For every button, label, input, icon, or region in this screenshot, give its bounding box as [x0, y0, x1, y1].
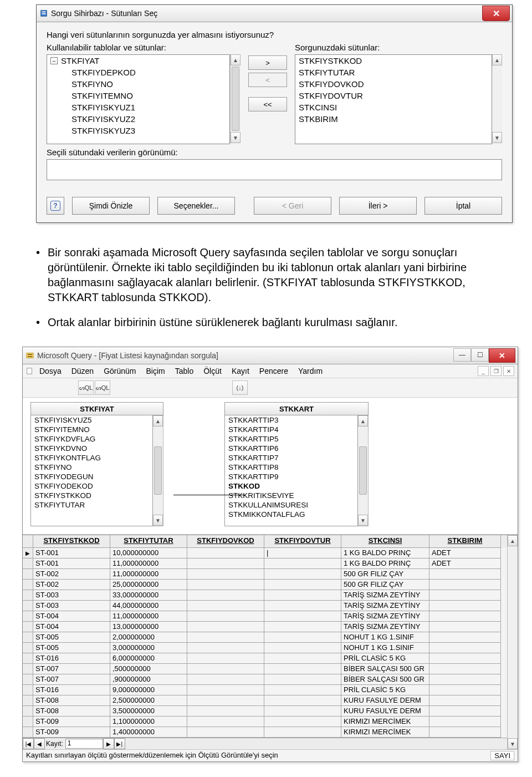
grid-cell[interactable]	[429, 706, 501, 717]
grid-cell[interactable]: ST-001	[33, 548, 110, 558]
table-row[interactable]: ST-00411,000000000TARİŞ SIZMA ZEYTİNY	[23, 611, 507, 622]
record-first-button[interactable]: |◀	[23, 738, 34, 749]
grid-cell[interactable]: KIRMIZI MERCİMEK	[341, 727, 429, 738]
table-row[interactable]: ST-0166,000000000PRİL CLASİC 5 KG	[23, 653, 507, 664]
next-button[interactable]: İleri >	[339, 197, 417, 215]
scroll-thumb[interactable]	[154, 446, 162, 495]
grid-cell[interactable]: ST-004	[33, 622, 110, 632]
grid-cell[interactable]	[264, 717, 341, 727]
grid-vertical-scrollbar[interactable]: ▲ ▼	[507, 535, 518, 749]
selected-item[interactable]: STKFIYDOVKOD	[295, 78, 492, 90]
grid-cell[interactable]	[264, 653, 341, 664]
field-item[interactable]: STKKRITIKSEVIYE	[225, 491, 357, 500]
menu-format[interactable]: Biçim	[146, 367, 165, 375]
field-item[interactable]: STKFIYITEMNO	[31, 425, 152, 434]
grid-cell[interactable]	[429, 695, 501, 706]
tree-item[interactable]: STKFIYITEMNO	[47, 90, 229, 101]
grid-cell[interactable]	[187, 558, 264, 569]
grid-cell[interactable]	[264, 580, 341, 590]
table-header[interactable]: STKFIYAT	[30, 402, 163, 415]
grid-cell[interactable]	[187, 664, 264, 674]
grid-cell[interactable]	[264, 674, 341, 685]
add-column-button[interactable]: >	[248, 55, 287, 70]
grid-cell[interactable]: 6,000000000	[110, 653, 187, 664]
grid-cell[interactable]: TARİŞ SIZMA ZEYTİNY	[341, 622, 429, 632]
grid-cell[interactable]: ST-003	[33, 590, 110, 601]
grid-cell[interactable]: ST-003	[33, 601, 110, 611]
grid-cell[interactable]: 44,000000000	[110, 601, 187, 611]
child-restore-button[interactable]: ❐	[490, 366, 502, 376]
grid-cell[interactable]	[187, 622, 264, 632]
tree-root[interactable]: − STKFIYAT	[47, 55, 229, 67]
table-field-list[interactable]: STKKARTTIP3 STKKARTTIP4 STKKARTTIP5 STKK…	[224, 415, 358, 526]
grid-cell[interactable]	[264, 601, 341, 611]
remove-all-button[interactable]: <<	[248, 97, 287, 111]
toolbar-run-button[interactable]: (↓)	[232, 380, 248, 395]
close-button[interactable]: ✕	[489, 348, 515, 363]
record-number-input[interactable]: 1	[65, 739, 103, 749]
scroll-up-icon[interactable]: ▲	[153, 415, 163, 426]
grid-cell[interactable]: 11,000000000	[110, 611, 187, 622]
field-item[interactable]: STKKARTTIP8	[225, 463, 357, 472]
table-row[interactable]: ST-00344,000000000TARİŞ SIZMA ZEYTİNY	[23, 601, 507, 611]
menu-record[interactable]: Kayıt	[232, 367, 249, 375]
tree-item[interactable]: STKFIYDEPKOD	[47, 67, 229, 78]
table-scrollbar[interactable]: ▲ ▼	[358, 415, 369, 526]
grid-cell[interactable]: TARİŞ SIZMA ZEYTİNY	[341, 590, 429, 601]
table-header[interactable]: STKKART	[224, 402, 369, 415]
available-list[interactable]: − STKFIYAT STKFIYDEPKOD STKFIYNO STKFIYI…	[47, 54, 230, 144]
grid-cell[interactable]	[264, 664, 341, 674]
grid-cell[interactable]: 2,000000000	[110, 632, 187, 643]
column-header[interactable]: STKBIRIM	[429, 535, 501, 548]
grid-cell[interactable]	[187, 590, 264, 601]
grid-cell[interactable]: 1,400000000	[110, 727, 187, 738]
grid-cell[interactable]: 500 GR FILIZ ÇAY	[341, 569, 429, 580]
grid-cell[interactable]: ST-004	[33, 611, 110, 622]
column-header[interactable]: STKFIYSTKKOD	[33, 535, 110, 548]
grid-cell[interactable]: PRİL CLASİC 5 KG	[341, 685, 429, 695]
menu-help[interactable]: Yardım	[298, 367, 323, 375]
selected-item[interactable]: STKFIYDOVTUR	[295, 90, 492, 101]
grid-cell[interactable]	[429, 569, 501, 580]
grid-cell[interactable]	[264, 727, 341, 738]
field-item[interactable]: STKMIKKONTALFLAG	[225, 510, 357, 519]
maximize-button[interactable]: ☐	[471, 348, 489, 362]
grid-cell[interactable]	[429, 590, 501, 601]
grid-cell[interactable]: 25,000000000	[110, 580, 187, 590]
table-row[interactable]: ST-00333,000000000TARİŞ SIZMA ZEYTİNY	[23, 590, 507, 601]
grid-cell[interactable]	[264, 685, 341, 695]
menu-window[interactable]: Pencere	[259, 367, 288, 375]
field-item[interactable]: STKFIYKONTFLAG	[31, 453, 152, 463]
cancel-button[interactable]: İptal	[424, 197, 502, 215]
selected-item[interactable]: STKFIYSTKKOD	[295, 55, 492, 67]
table-row[interactable]: ST-0082,500000000KURU FASULYE DERM	[23, 695, 507, 706]
table-row[interactable]: ST-007,900000000BİBER SALÇASI 500 GR	[23, 674, 507, 685]
wizard-close-button[interactable]: ✕	[482, 6, 510, 21]
grid-cell[interactable]: ,500000000	[110, 664, 187, 674]
grid-cell[interactable]	[429, 611, 501, 622]
grid-cell[interactable]: KURU FASULYE DERM	[341, 706, 429, 717]
tree-item[interactable]: STKFIYISKYUZ2	[47, 113, 229, 125]
grid-cell[interactable]: ST-016	[33, 653, 110, 664]
column-header[interactable]: STKCINSI	[341, 535, 429, 548]
grid-cell[interactable]: TARİŞ SIZMA ZEYTİNY	[341, 601, 429, 611]
grid-cell[interactable]	[264, 590, 341, 601]
selected-scrollbar[interactable]: ▲ ▼	[492, 54, 502, 143]
grid-cell[interactable]	[429, 643, 501, 653]
grid-cell[interactable]: NOHUT 1 KG 1.SINIF	[341, 632, 429, 643]
grid-cell[interactable]	[187, 685, 264, 695]
field-item[interactable]: STKKARTTIP5	[225, 434, 357, 444]
field-item[interactable]: STKKARTTIP4	[225, 425, 357, 434]
tree-item[interactable]: STKFIYISKYUZ1	[47, 101, 229, 113]
grid-cell[interactable]	[429, 685, 501, 695]
toolbar-sql-button-2[interactable]: ᔕQL	[95, 380, 110, 395]
grid-cell[interactable]: ST-009	[33, 717, 110, 727]
field-item[interactable]: STKFIYODEGUN	[31, 472, 152, 481]
grid-cell[interactable]	[429, 717, 501, 727]
field-item[interactable]: STKFIYNO	[31, 463, 152, 472]
grid-cell[interactable]: 1 KG BALDO PRINÇ	[341, 548, 429, 558]
grid-cell[interactable]: ST-008	[33, 695, 110, 706]
tree-item[interactable]: STKFIYISKYUZ3	[47, 125, 229, 136]
grid-cell[interactable]	[187, 643, 264, 653]
preview-now-button[interactable]: Şimdi Önizle	[72, 197, 150, 215]
